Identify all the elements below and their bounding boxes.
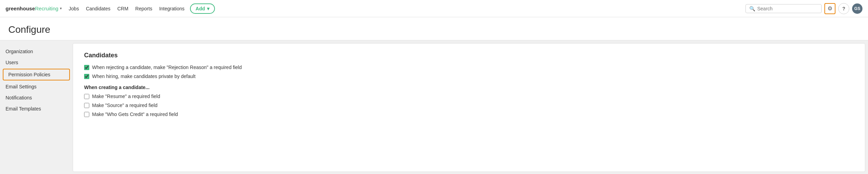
logo-chevron-icon: ▾	[60, 6, 62, 11]
sidebar-item-email-templates[interactable]: Email Templates	[0, 103, 73, 114]
page-title: Configure	[8, 24, 860, 35]
sidebar-item-organization[interactable]: Organization	[0, 46, 73, 57]
content-area: Organization Users Permission Policies E…	[0, 40, 868, 174]
sidebar: Organization Users Permission Policies E…	[0, 40, 73, 174]
nav-link-reports[interactable]: Reports	[135, 6, 152, 11]
nav-right: 🔍 ⚙ ? GS	[745, 3, 862, 14]
help-button[interactable]: ?	[838, 3, 849, 14]
logo[interactable]: greenhouse Recruiting ▾	[6, 6, 62, 11]
top-nav: greenhouse Recruiting ▾ Jobs Candidates …	[0, 0, 868, 17]
nav-links: Jobs Candidates CRM Reports Integrations	[69, 6, 185, 11]
checkbox-resume-required-label: Make "Resume" a required field	[92, 94, 160, 99]
checkbox-source-required-label: Make "Source" a required field	[92, 103, 157, 108]
checkbox-rejection-reason[interactable]	[84, 65, 89, 70]
nav-link-candidates[interactable]: Candidates	[86, 6, 110, 11]
main-panel: Candidates When rejecting a candidate, m…	[73, 43, 865, 172]
checkbox-row-2: When hiring, make candidates private by …	[84, 74, 854, 79]
logo-recruiting: Recruiting	[35, 6, 58, 11]
search-input[interactable]	[757, 6, 813, 11]
checkbox-row-1: When rejecting a candidate, make "Reject…	[84, 65, 854, 70]
add-button[interactable]: Add ▾	[190, 3, 215, 14]
user-initials: GS	[854, 6, 860, 11]
page-title-bar: Configure	[0, 17, 868, 40]
checkbox-candidates-private[interactable]	[84, 74, 89, 79]
checkbox-row-4: Make "Source" a required field	[84, 103, 854, 108]
help-icon: ?	[842, 6, 846, 11]
checkbox-source-required[interactable]	[84, 103, 89, 108]
add-button-label: Add	[196, 6, 205, 11]
add-chevron-icon: ▾	[207, 6, 209, 11]
subsection-label: When creating a candidate...	[84, 85, 854, 90]
checkbox-row-3: Make "Resume" a required field	[84, 94, 854, 99]
nav-link-crm[interactable]: CRM	[117, 6, 128, 11]
sidebar-item-users[interactable]: Users	[0, 57, 73, 68]
search-icon: 🔍	[749, 6, 755, 11]
checkbox-resume-required[interactable]	[84, 94, 89, 99]
gear-icon: ⚙	[828, 5, 832, 12]
checkbox-candidates-private-label: When hiring, make candidates private by …	[92, 74, 196, 79]
checkbox-who-gets-credit-required[interactable]	[84, 112, 89, 117]
section-title: Candidates	[84, 52, 854, 59]
search-box[interactable]: 🔍	[745, 4, 822, 13]
logo-greenhouse: greenhouse	[6, 6, 35, 11]
nav-link-integrations[interactable]: Integrations	[159, 6, 184, 11]
checkbox-rejection-reason-label: When rejecting a candidate, make "Reject…	[92, 65, 242, 70]
user-avatar[interactable]: GS	[852, 3, 862, 14]
settings-button[interactable]: ⚙	[824, 3, 835, 14]
checkbox-row-5: Make "Who Gets Credit" a required field	[84, 112, 854, 117]
checkbox-who-gets-credit-required-label: Make "Who Gets Credit" a required field	[92, 112, 178, 117]
sidebar-item-permission-policies[interactable]: Permission Policies	[3, 69, 70, 80]
sidebar-item-email-settings[interactable]: Email Settings	[0, 81, 73, 92]
sidebar-item-notifications[interactable]: Notifications	[0, 92, 73, 103]
nav-link-jobs[interactable]: Jobs	[69, 6, 79, 11]
